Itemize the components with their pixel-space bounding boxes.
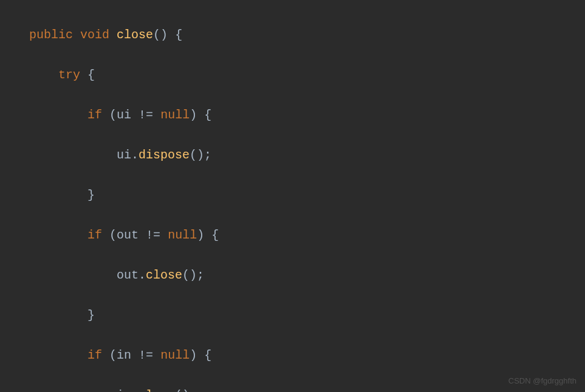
code-line: if (ui != null) {	[0, 105, 585, 125]
code-line: public void close() {	[0, 25, 585, 45]
code-line: }	[0, 305, 585, 325]
method-name: close	[117, 28, 153, 42]
keyword-null: null	[160, 348, 190, 362]
code-line: if (out != null) {	[0, 225, 585, 245]
code-line: }	[0, 185, 585, 205]
keyword-public: public	[29, 28, 73, 42]
keyword-if: if	[87, 348, 102, 362]
code-line: ui.dispose();	[0, 145, 585, 165]
var-ui: ui	[117, 148, 131, 162]
method-close: close	[139, 388, 175, 392]
var-ui: ui	[117, 108, 131, 122]
code-line: in.close();	[0, 385, 585, 392]
method-close: close	[146, 268, 182, 282]
watermark: CSDN @fgdrgghfth	[508, 374, 576, 387]
keyword-null: null	[168, 228, 197, 242]
keyword-void: void	[80, 28, 109, 42]
var-in: in	[117, 348, 131, 362]
var-out: out	[117, 228, 139, 242]
method-dispose: dispose	[139, 148, 190, 162]
keyword-if: if	[87, 108, 102, 122]
var-out: out	[117, 268, 139, 282]
code-line: try {	[0, 65, 585, 85]
code-line: if (in != null) {	[0, 345, 585, 365]
code-editor[interactable]: public void close() { try { if (ui != nu…	[0, 5, 585, 392]
keyword-try: try	[58, 68, 80, 82]
code-line: out.close();	[0, 265, 585, 285]
keyword-null: null	[160, 108, 190, 122]
keyword-if: if	[87, 228, 102, 242]
var-in: in	[117, 388, 131, 392]
